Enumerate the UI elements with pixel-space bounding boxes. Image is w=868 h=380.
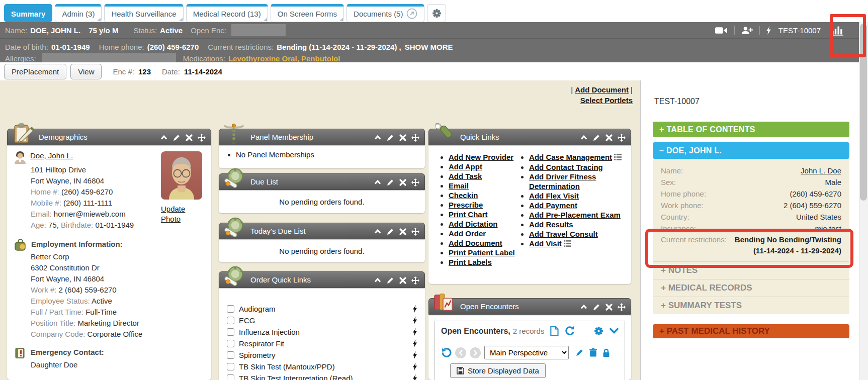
quick-link[interactable]: Checkin [449, 191, 478, 200]
edit-icon[interactable] [592, 303, 600, 311]
order-quick-links-header[interactable]: Order Quick Links [219, 271, 425, 288]
quick-order-bolt-icon[interactable] [413, 305, 418, 313]
quick-link[interactable]: Add Results [529, 220, 573, 229]
quick-link[interactable]: Add Order [449, 229, 486, 238]
tab-on-screen-forms[interactable]: On Screen Forms [271, 4, 344, 22]
move-icon[interactable] [411, 276, 419, 284]
quick-link[interactable]: Add Case Management [529, 153, 612, 161]
order-checkbox-ecg[interactable] [227, 317, 234, 324]
video-call-icon[interactable] [715, 26, 728, 35]
quick-action-bolt-icon[interactable] [766, 26, 772, 35]
quick-link[interactable]: Add New Provider [449, 153, 513, 161]
quick-order-bolt-icon[interactable] [413, 339, 418, 348]
order-checkbox-tb-interpretation[interactable] [227, 374, 234, 380]
edit-icon[interactable] [592, 134, 600, 142]
chevron-down-icon[interactable] [610, 328, 619, 334]
store-displayed-data-button[interactable]: Store Displayed Data [450, 363, 546, 378]
quick-link[interactable]: Add Visit [529, 239, 562, 248]
quick-order-bolt-icon[interactable] [413, 351, 418, 359]
undo-icon[interactable] [441, 348, 452, 357]
quick-link[interactable]: Print Patient Label [449, 248, 515, 257]
quick-link[interactable]: Add Dictation [449, 220, 498, 228]
quick-link[interactable]: Print Labels [449, 258, 492, 266]
view-button[interactable]: View [70, 64, 102, 79]
order-checkbox-spirometry[interactable] [227, 351, 234, 359]
quick-link[interactable]: Email [449, 181, 469, 190]
preplacement-button[interactable]: PrePlacement [4, 64, 66, 79]
flowsheet-chart-icon[interactable] [831, 25, 844, 36]
close-icon[interactable] [399, 134, 407, 142]
next-page-icon[interactable] [470, 347, 481, 358]
todays-due-list-header[interactable]: Today's Due List [219, 223, 425, 239]
close-icon[interactable] [605, 134, 613, 142]
order-checkbox-audiogram[interactable] [227, 305, 234, 313]
quick-link[interactable]: Add Driver Fitness Determination [529, 172, 596, 191]
prev-page-icon[interactable] [455, 347, 466, 358]
sidebar-section-medical-records[interactable]: + MEDICAL RECORDS [653, 279, 849, 297]
open-encounters-header[interactable]: Open Encounters [428, 298, 631, 315]
move-icon[interactable] [411, 228, 419, 236]
patient-name-link[interactable]: Doe, John L. [30, 151, 73, 164]
refresh-icon[interactable] [565, 326, 575, 336]
quick-order-bolt-icon[interactable] [413, 374, 418, 380]
edit-icon[interactable] [386, 134, 394, 142]
demographics-header[interactable]: Demographics [7, 129, 211, 145]
move-icon[interactable] [198, 134, 206, 142]
edit-icon[interactable] [386, 178, 394, 186]
quick-link[interactable]: Add Payment [529, 201, 577, 210]
move-icon[interactable] [618, 134, 626, 142]
collapse-icon[interactable] [374, 178, 382, 186]
close-icon[interactable] [185, 134, 193, 142]
quick-link[interactable]: Add Contact Tracing [529, 163, 603, 171]
order-checkbox-respirator-fit[interactable] [227, 340, 234, 347]
edit-icon[interactable] [386, 276, 394, 284]
external-link-icon[interactable] [406, 8, 417, 19]
list-icon[interactable] [614, 153, 622, 162]
quick-order-bolt-icon[interactable] [413, 362, 418, 371]
order-checkbox-tb-skin-test[interactable] [227, 363, 234, 370]
sidebar-section-past-medical-history[interactable]: + PAST MEDICAL HISTORY [653, 324, 849, 338]
quick-link[interactable]: Add Pre-Placement Exam [529, 211, 621, 219]
collapse-icon[interactable] [374, 276, 382, 284]
edit-icon[interactable] [172, 134, 181, 142]
edit-icon[interactable] [386, 228, 394, 236]
move-icon[interactable] [618, 303, 626, 311]
add-person-icon[interactable] [741, 26, 753, 35]
close-icon[interactable] [605, 303, 613, 311]
order-checkbox-influenza[interactable] [227, 328, 234, 336]
new-document-icon[interactable] [550, 326, 559, 336]
grid-settings-gear-icon[interactable] [594, 326, 603, 336]
close-icon[interactable] [399, 178, 407, 186]
quick-link[interactable]: Prescribe [449, 201, 483, 209]
quick-order-bolt-icon[interactable] [413, 316, 418, 325]
move-icon[interactable] [411, 178, 419, 186]
list-icon[interactable] [564, 239, 571, 249]
quick-order-bolt-icon[interactable] [413, 328, 418, 336]
panel-membership-header[interactable]: Panel Membership [219, 129, 425, 145]
close-icon[interactable] [399, 228, 407, 236]
collapse-icon[interactable] [160, 134, 168, 142]
show-more-link[interactable]: SHOW MORE [405, 43, 453, 51]
tab-summary[interactable]: Summary [4, 4, 52, 22]
tab-documents[interactable]: Documents (5) [346, 4, 424, 22]
quick-links-header[interactable]: Quick Links [428, 129, 631, 145]
perspective-select[interactable]: Main Perspective [484, 346, 569, 359]
move-icon[interactable] [411, 134, 419, 142]
quick-link[interactable]: Add Travel Consult [529, 230, 598, 238]
lock-icon[interactable] [602, 348, 610, 357]
delete-icon[interactable] [589, 348, 597, 357]
patient-name-link[interactable]: John L. Doe [801, 165, 841, 176]
quick-link[interactable]: Add Document [449, 239, 502, 247]
add-document-link[interactable]: Add Document [575, 85, 629, 94]
tab-medical-record[interactable]: Medical Record (13) [186, 4, 268, 22]
collapse-icon[interactable] [580, 303, 588, 311]
edit-perspective-icon[interactable] [575, 348, 584, 357]
select-portlets-link[interactable]: Select Portlets [580, 96, 633, 105]
collapse-icon[interactable] [580, 134, 588, 142]
medications-value[interactable]: Levothyroxine Oral, Penbutolol [228, 54, 340, 63]
update-photo-link[interactable]: Update Photo [161, 205, 185, 223]
collapse-icon[interactable] [374, 228, 382, 236]
settings-button[interactable] [427, 4, 446, 22]
table-of-contents-section[interactable]: + TABLE OF CONTENTS [653, 122, 849, 137]
collapse-icon[interactable] [374, 134, 382, 142]
